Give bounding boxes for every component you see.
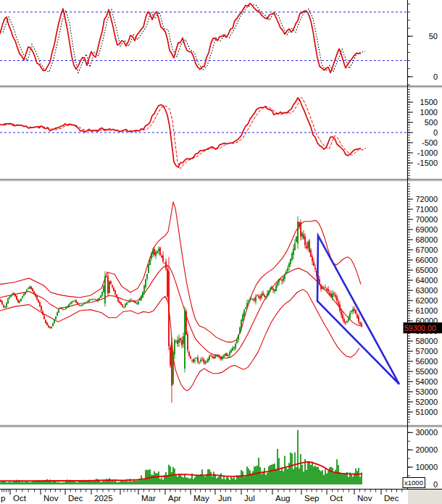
volume-bar xyxy=(143,479,145,484)
candle-body xyxy=(190,356,191,358)
candle-body xyxy=(293,248,294,255)
candle-body xyxy=(100,296,101,298)
candle-body xyxy=(236,340,238,343)
panel-separator[interactable] xyxy=(0,424,442,425)
candle-body xyxy=(129,300,130,301)
panel-separator[interactable] xyxy=(0,178,442,179)
volume-bar xyxy=(299,469,300,484)
candle-body xyxy=(45,319,46,323)
volume-bar xyxy=(265,475,267,484)
volume-bar xyxy=(135,481,136,484)
candle-body xyxy=(88,300,90,302)
volume-unit-label: x1000 xyxy=(404,479,423,487)
corner-filler xyxy=(408,490,442,504)
candle-body xyxy=(232,348,233,351)
volume-bar xyxy=(119,482,120,484)
volume-bar xyxy=(278,458,280,484)
candle-body xyxy=(25,292,26,294)
candle-body xyxy=(75,301,77,303)
candle-body xyxy=(319,280,320,285)
candle-body xyxy=(196,358,197,358)
volume-bar xyxy=(123,481,125,484)
volume-bar xyxy=(6,482,7,484)
trendline-triangle[interactable] xyxy=(317,235,399,384)
candle-body xyxy=(200,360,201,361)
axis-tick-label: 500 xyxy=(425,118,438,127)
volume-panel[interactable] xyxy=(0,430,362,484)
volume-bar xyxy=(320,471,322,484)
volume-bar xyxy=(57,482,58,484)
oscillator-panel-1[interactable] xyxy=(0,4,407,73)
candle-body xyxy=(333,293,335,294)
volume-bar xyxy=(343,474,345,484)
candle-body xyxy=(29,287,30,288)
candle-body xyxy=(185,311,187,335)
panel-separator[interactable] xyxy=(0,85,442,87)
volume-bar xyxy=(196,474,197,484)
volume-bar xyxy=(307,462,309,485)
candle-body xyxy=(71,302,72,303)
candle-body xyxy=(306,246,307,248)
candle-body xyxy=(288,264,290,267)
candles-layer xyxy=(0,217,362,403)
panel-separator[interactable] xyxy=(0,87,442,88)
candle-body xyxy=(101,292,103,296)
candle-body xyxy=(113,287,114,291)
volume-bar xyxy=(252,471,254,484)
volume-bar xyxy=(319,470,320,484)
x-axis-month-label: p xyxy=(1,494,5,503)
chart-canvas[interactable]: 500150010005000-500-1000-150072000710007… xyxy=(0,0,442,504)
candle-body xyxy=(58,309,59,313)
candle-body xyxy=(203,359,204,362)
candle-body xyxy=(361,324,362,327)
axis-tick-label: 1500 xyxy=(420,98,438,106)
panel-separator[interactable] xyxy=(0,427,442,427)
candle-body xyxy=(259,296,261,298)
volume-bar xyxy=(181,476,183,484)
volume-bar xyxy=(258,458,259,484)
volume-bar xyxy=(303,471,304,484)
candle-body xyxy=(285,272,287,274)
panel-separator[interactable] xyxy=(0,425,442,427)
candle-body xyxy=(233,348,235,349)
volume-bar xyxy=(145,470,146,484)
oscillator-panel-2[interactable] xyxy=(0,97,407,169)
candle-body xyxy=(55,316,57,319)
candle-body xyxy=(272,289,274,290)
volume-bar xyxy=(341,474,342,484)
candle-body xyxy=(112,285,113,287)
candle-body xyxy=(339,304,341,311)
axis-tick-label: 62000 xyxy=(415,296,438,305)
volume-bar xyxy=(345,474,346,484)
panel-separator[interactable] xyxy=(0,85,442,85)
axis-tick-label: 66000 xyxy=(415,256,438,264)
axis-tick-label: 64000 xyxy=(415,276,438,285)
axis-tick-label: 55000 xyxy=(415,367,438,376)
bollinger-lower-band xyxy=(0,290,359,391)
volume-bar xyxy=(174,469,175,484)
volume-bar xyxy=(262,472,264,484)
candle-body xyxy=(197,358,199,362)
candle-body xyxy=(119,301,120,303)
volume-bar xyxy=(281,467,283,484)
candle-body xyxy=(299,222,300,227)
candle-body xyxy=(262,293,264,295)
candle-body xyxy=(16,296,17,300)
candle-body xyxy=(77,302,78,304)
axis-tick-label: -1000 xyxy=(417,148,438,157)
volume-bar xyxy=(264,468,265,484)
volume-bar xyxy=(326,474,328,484)
candle-body xyxy=(328,289,329,291)
panel-separator[interactable] xyxy=(0,180,442,181)
candle-body xyxy=(90,299,91,300)
candle-body xyxy=(99,298,100,300)
panel-separator[interactable] xyxy=(0,179,442,180)
candle-body xyxy=(123,306,125,307)
volume-bar xyxy=(203,476,204,485)
candle-body xyxy=(87,301,88,302)
candle-body xyxy=(161,256,162,257)
candle-body xyxy=(67,306,68,307)
x-axis-month-label: 2025 xyxy=(94,494,113,503)
x-axis-month-label: Nov xyxy=(357,494,372,503)
price-panel[interactable] xyxy=(0,202,399,403)
